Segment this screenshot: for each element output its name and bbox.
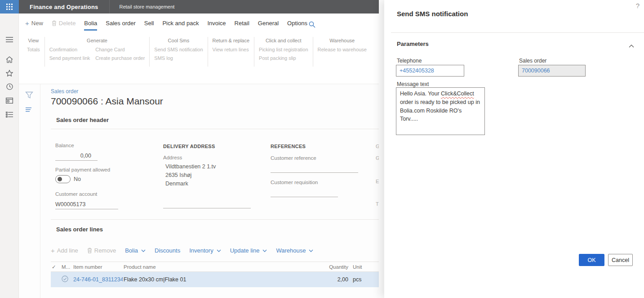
ribbon-group-title: Click and collect [259,38,308,43]
favorites-star-icon[interactable] [0,67,19,79]
lines-toolbar-remove[interactable]: Remove [87,247,116,254]
balance-field[interactable]: 0,00 [55,152,98,161]
ribbon-item-post-packing-slip[interactable]: Post packing slip [259,54,308,63]
tab-label: Options [287,20,307,27]
circle-check-icon [62,275,68,282]
chevron-up-icon[interactable] [629,41,634,50]
ribbon-group-title: View [27,38,40,43]
telephone-input[interactable]: +4552405328 [396,65,464,77]
partial-payment-value: No [74,176,81,182]
address-line-3: Denmark [165,180,188,188]
search-icon[interactable] [309,21,315,30]
chevron-down-icon [262,249,267,252]
tab-bolia[interactable]: Bolia [84,20,97,31]
sales-order-input: 700090066 [518,65,586,77]
section-title-lines[interactable]: Sales order lines [56,226,103,233]
tab-sales-order[interactable]: Sales order [106,20,135,31]
ribbon-item-picking-list-registration[interactable]: Picking list registration [259,45,308,54]
lines-toolbar-warehouse[interactable]: Warehouse [276,247,313,254]
column-header-select[interactable]: ✓ [51,264,61,270]
address-line-2: 2635 Ishøj [165,171,191,180]
ok-button[interactable]: OK [579,254,604,266]
tab-retail[interactable]: Retail [235,20,249,31]
plus-icon: + [25,21,29,26]
tab-label: Bolia [84,20,97,27]
ribbon-item-release-to-warehouse[interactable]: Release to warehouse [318,45,367,54]
ribbon-group-columns: ConfirmationSend payment linkChange Card… [49,45,145,63]
ribbon-item-confirmation[interactable]: Confirmation [49,45,90,54]
lines-toolbar: +Add lineRemoveBoliaDiscountsInventoryUp… [51,247,313,254]
breadcrumb[interactable]: Sales order [51,88,78,95]
customer-reference-field[interactable] [271,164,358,173]
ribbon-item-send-sms-notification[interactable]: Send SMS notification [154,45,203,54]
partial-payment-label: Partial payment allowed [55,167,110,172]
customer-requisition-field[interactable] [271,188,338,197]
tab-invoice[interactable]: Invoice [207,20,226,31]
top-bar: Finance and Operations Retail store mana… [19,0,379,14]
content-area: Sales order 700090066 : Asia Mansour Sal… [19,84,379,298]
ribbon-item-totals[interactable]: Totals [27,45,40,54]
product-name-cell: Flake 20x30 cm|Flake 01 [123,276,311,283]
ribbon-item-change-card[interactable]: Change Card [95,45,145,54]
action-pane-tabs: +NewDeleteBoliaSales orderSellPick and p… [25,20,307,31]
workspace-title[interactable]: Retail store management [110,4,185,9]
ribbon-column: Send SMS notificationSMS log [154,45,203,63]
item-number-link[interactable]: 24-746-01_8311234 [72,276,123,283]
tab-delete[interactable]: Delete [52,20,76,31]
tab-label: New [31,20,43,27]
lines-toolbar-update-line[interactable]: Update line [230,247,267,254]
menu-icon[interactable] [0,34,19,45]
ribbon-column: Change CardCreate purchase order [95,45,145,63]
lines-toolbar-add-line[interactable]: +Add line [51,247,78,254]
side-toolbar [19,84,40,298]
message-text-input[interactable]: Hello Asia. Your Click&Collect order is … [396,87,485,135]
filter-funnel-icon[interactable] [25,91,33,100]
column-header-m[interactable]: M... [61,264,72,270]
ribbon-group-title: Cool Sms [154,38,203,43]
column-header-quantity[interactable]: Quantity [311,264,352,270]
app-launcher-button[interactable] [0,0,19,14]
tab-label: Retail [235,20,249,27]
column-header-item-number[interactable]: Item number [72,264,123,270]
grid-header-row: ✓M...Item numberProduct nameQuantityUnit [51,262,379,272]
customer-account-label: Customer account [55,191,97,197]
address-extra-field[interactable] [163,199,251,208]
message-before: Hello Asia. Your [400,90,441,97]
lines-grid: ✓M...Item numberProduct nameQuantityUnit… [51,262,379,287]
customer-requisition-label: Customer requisition [271,180,318,185]
tab-pick-and-pack[interactable]: Pick and pack [162,20,199,31]
tab-options[interactable]: Options [287,20,307,31]
column-header-product-name[interactable]: Product name [123,264,311,270]
cancel-button[interactable]: Cancel [608,254,633,266]
home-icon[interactable] [0,54,19,65]
ribbon-item-view-return-lines[interactable]: View return lines [213,45,249,54]
table-row[interactable]: 24-746-01_8311234Flake 20x30 cm|Flake 01… [51,272,379,287]
main-region: +NewDeleteBoliaSales orderSellPick and p… [19,14,379,298]
ribbon-item-sms-log[interactable]: SMS log [154,54,203,63]
modules-list-icon[interactable] [0,108,19,120]
ribbon-item-create-purchase-order[interactable]: Create purchase order [95,54,145,63]
lines-toolbar-discounts[interactable]: Discounts [155,247,180,254]
telephone-label: Telephone [397,58,422,64]
help-icon[interactable]: ? [636,2,640,9]
recent-clock-icon[interactable] [0,81,19,92]
tab-new[interactable]: +New [25,20,43,31]
tab-sell[interactable]: Sell [144,20,154,31]
clipped-label-fragment: T [376,201,379,207]
toolbar-item-label: Inventory [189,247,213,254]
partial-payment-toggle[interactable] [55,175,71,183]
lines-toolbar-bolia[interactable]: Bolia [125,247,146,254]
dialog-title: Send SMS notification [397,10,468,18]
column-header-unit[interactable]: Unit [352,264,379,270]
tab-general[interactable]: General [258,20,279,31]
chevron-down-icon [309,249,313,252]
customer-account-field[interactable]: W00005173 [55,200,118,209]
ribbon-column: Picking list registrationPost packing sl… [259,45,308,63]
section-title-header[interactable]: Sales order header [56,117,109,123]
workspaces-window-icon[interactable] [0,95,19,106]
task-list-icon[interactable] [25,106,32,114]
trash-icon [52,20,57,26]
ribbon-item-send-payment-link[interactable]: Send payment link [49,54,90,63]
app-title[interactable]: Finance and Operations [19,4,109,10]
lines-toolbar-inventory[interactable]: Inventory [189,247,221,254]
